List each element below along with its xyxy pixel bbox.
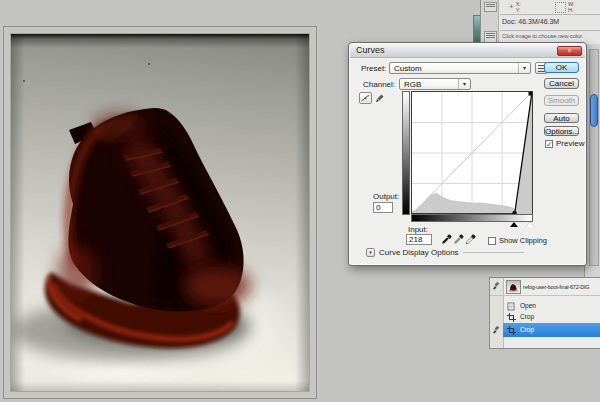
pencil-tool-icon[interactable] xyxy=(374,92,387,104)
auto-button[interactable]: Auto xyxy=(544,113,579,123)
history-brush-icon[interactable] xyxy=(492,281,501,290)
output-gradient-bar xyxy=(402,91,410,215)
crosshair-icon: + xyxy=(509,1,514,13)
crop-icon xyxy=(507,326,516,335)
panel-dock-strip xyxy=(481,0,499,44)
curve-point-tool-icon[interactable] xyxy=(359,92,372,104)
history-state-row[interactable]: Crop xyxy=(490,323,600,337)
dialog-title: Curves xyxy=(356,45,385,55)
document-size-readout: Doc: 46.3M/46.3M xyxy=(502,18,559,25)
input-gradient-bar xyxy=(411,214,533,222)
selection-highlight xyxy=(503,323,600,337)
preview-label: Preview xyxy=(556,139,584,148)
channel-value: RGB xyxy=(404,80,421,89)
channel-dropdown[interactable]: RGB ▾ xyxy=(399,78,471,90)
input-value-field[interactable]: 218 xyxy=(406,234,432,245)
curves-dialog: Curves × Preset: Custom ▾ Channel: RGB ▾… xyxy=(348,42,587,266)
document-window[interactable] xyxy=(3,26,317,399)
history-brush-icon[interactable] xyxy=(492,325,501,334)
chevron-down-icon: ▾ xyxy=(518,63,530,73)
ok-button[interactable]: OK xyxy=(544,62,579,73)
info-readouts: + X: Y: W: H: xyxy=(503,1,599,14)
history-states-list: Open Crop xyxy=(490,301,600,337)
options-button[interactable]: Options... xyxy=(544,126,579,136)
boot-photo-canvas[interactable] xyxy=(10,33,310,392)
curve-plot-area[interactable] xyxy=(411,91,533,215)
panel-dock-icon[interactable] xyxy=(484,2,497,12)
dimensions-icon xyxy=(555,2,566,13)
preset-dropdown[interactable]: Custom ▾ xyxy=(389,62,531,74)
info-panel: + X: Y: W: H: Doc: 46.3M/46.3M Click ima… xyxy=(480,0,600,45)
expand-arrow-icon[interactable]: ▾ xyxy=(366,248,375,257)
output-value-field[interactable]: 0 xyxy=(373,202,393,213)
open-icon xyxy=(507,302,516,311)
smooth-button: Smooth xyxy=(544,95,579,106)
show-clipping-row[interactable]: Show Clipping xyxy=(488,236,547,245)
channel-label: Channel: xyxy=(363,80,395,89)
cancel-button[interactable]: Cancel xyxy=(544,78,579,89)
output-label: Output: xyxy=(373,192,399,201)
photoshop-workspace: + X: Y: W: H: Doc: 46.3M/46.3M Click ima… xyxy=(0,0,600,402)
preset-label: Preset: xyxy=(361,64,386,73)
cursor-coords-readout: + X: Y: xyxy=(509,1,521,13)
info-hint-text: Click image to choose new color. xyxy=(502,33,583,39)
history-state-row[interactable]: Crop xyxy=(490,312,600,323)
show-clipping-label: Show Clipping xyxy=(499,236,547,245)
history-snapshot-row[interactable]: refog-user-boot-final-672-DIG xyxy=(490,278,600,296)
history-state-label: Crop xyxy=(520,313,534,320)
show-clipping-checkbox[interactable] xyxy=(488,237,496,245)
dust-speck xyxy=(148,63,150,65)
divider xyxy=(463,252,524,253)
history-state-label: Open xyxy=(520,302,536,309)
selection-size-readout: W: H: xyxy=(555,1,575,13)
panel-scrollbar[interactable] xyxy=(589,49,599,266)
close-button[interactable]: × xyxy=(557,46,582,56)
chevron-down-icon: ▾ xyxy=(458,79,470,89)
curve-display-options-row[interactable]: ▾ Curve Display Options xyxy=(366,248,524,257)
snapshot-name: refog-user-boot-final-672-DIG xyxy=(523,284,589,290)
preview-checkbox[interactable]: ✓ xyxy=(545,140,553,148)
crop-icon xyxy=(507,313,516,322)
white-point-eyedropper-icon[interactable] xyxy=(465,234,476,245)
boot-image xyxy=(11,34,309,391)
input-label: Input: xyxy=(408,225,428,234)
preset-value: Custom xyxy=(394,64,422,73)
curve-plot xyxy=(412,92,532,214)
black-point-eyedropper-icon[interactable] xyxy=(441,234,452,245)
y-label: Y: xyxy=(516,7,521,13)
black-point-slider[interactable] xyxy=(510,222,518,227)
white-point-slider[interactable] xyxy=(526,222,534,227)
curve-display-options-label: Curve Display Options xyxy=(379,248,459,257)
dialog-titlebar[interactable]: Curves × xyxy=(350,44,585,58)
history-state-label: Crop xyxy=(520,326,534,333)
gray-point-eyedropper-icon[interactable] xyxy=(453,234,464,245)
preview-checkbox-row[interactable]: ✓ Preview xyxy=(545,139,584,148)
h-label: H: xyxy=(568,7,574,13)
scrollbar-thumb[interactable] xyxy=(590,94,598,127)
snapshot-thumbnail[interactable] xyxy=(506,280,521,294)
history-state-row[interactable]: Open xyxy=(490,301,600,312)
history-panel: refog-user-boot-final-672-DIG Open xyxy=(489,277,600,349)
